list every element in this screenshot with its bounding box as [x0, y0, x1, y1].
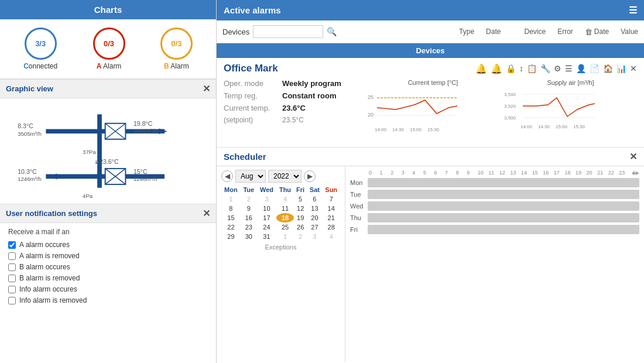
cal-day[interactable]: 6	[307, 194, 322, 204]
filter-icon[interactable]: ☰	[629, 5, 637, 16]
cal-day[interactable]: 22	[221, 222, 241, 232]
cal-day[interactable]: 2	[294, 232, 307, 241]
alarm-search-input[interactable]	[253, 25, 323, 38]
col-value: Value	[621, 28, 638, 36]
graphic-view-close[interactable]: ✕	[203, 83, 210, 94]
timeline-bar[interactable]	[368, 213, 639, 222]
cal-day[interactable]: 15	[221, 213, 241, 222]
timeline-bar[interactable]	[368, 201, 639, 211]
cal-day[interactable]: 13	[307, 204, 322, 213]
schedule-icon[interactable]: 📋	[527, 64, 537, 73]
chart-icon[interactable]: 📊	[616, 64, 626, 73]
temp-chart-title: Current temp [°C]	[366, 79, 499, 86]
svg-text:4Pa: 4Pa	[83, 193, 93, 199]
notification-title: User notification settings	[6, 209, 97, 218]
cal-day[interactable]: 7	[322, 194, 340, 204]
cal-next-button[interactable]: ▶	[304, 170, 316, 182]
sort-icon[interactable]: 🗑	[585, 28, 592, 36]
cal-day[interactable]: 27	[307, 222, 322, 232]
active-alarms-header: Active alarms ☰	[217, 0, 644, 20]
notif-checkbox-3[interactable]	[8, 275, 16, 282]
cal-day[interactable]: 14	[322, 204, 340, 213]
cal-day[interactable]: 12	[294, 204, 307, 213]
notification-close[interactable]: ✕	[203, 208, 210, 219]
month-select[interactable]: Aug	[235, 170, 266, 183]
notif-item-3[interactable]: B alarm is removed	[8, 274, 208, 282]
notif-item-4[interactable]: Info alarm occures	[8, 285, 208, 293]
cal-day[interactable]: 19	[294, 213, 307, 222]
settings-icon[interactable]: ⚙	[554, 64, 561, 73]
cal-day[interactable]: 3	[257, 194, 276, 204]
notif-item-2[interactable]: B alarm occures	[8, 263, 208, 271]
cal-day[interactable]: 10	[257, 204, 276, 213]
bell-gray-icon[interactable]: 🔔	[475, 63, 487, 74]
a-alarm-label: A Alarm	[97, 62, 122, 70]
notif-item-1[interactable]: A alarm is removed	[8, 252, 208, 260]
device-info: Oper. mode Weekly program Temp reg. Cons…	[224, 79, 637, 142]
list-icon[interactable]: ☰	[565, 64, 573, 73]
day-label: Fri	[350, 226, 368, 233]
cal-day[interactable]: 18	[276, 213, 294, 222]
cal-day[interactable]: 3	[307, 232, 322, 241]
svg-text:19.8°C: 19.8°C	[133, 120, 153, 127]
search-icon[interactable]: 🔍	[327, 27, 337, 36]
cal-day[interactable]: 4	[322, 232, 340, 241]
exceptions-label: Exceptions	[221, 244, 340, 251]
device-card-header: Office Mark 🔔 🔔 🔒 ↕ 📋 🔧 ⚙ ☰ 👤 📄 🏠 📊 ✕	[224, 63, 637, 74]
cal-day[interactable]: 11	[276, 204, 294, 213]
cal-day[interactable]: 9	[241, 204, 257, 213]
timeline-hours: 01234567891011121314151617181920212223	[369, 170, 630, 176]
bell-yellow-icon[interactable]: 🔔	[491, 63, 502, 74]
scheduler-close[interactable]: ✕	[629, 151, 637, 162]
cal-day[interactable]: 25	[276, 222, 294, 232]
cal-day[interactable]: 20	[307, 213, 322, 222]
device-name: Office Mark	[224, 63, 278, 74]
arrows-icon[interactable]: ↕	[519, 64, 523, 73]
hour-label: 18	[564, 170, 576, 176]
day-label: Thu	[350, 214, 368, 221]
notif-checkbox-2[interactable]	[8, 263, 16, 271]
notif-item-5[interactable]: Info alarm is removed	[8, 296, 208, 304]
cal-day[interactable]: 30	[241, 232, 257, 241]
notif-item-0[interactable]: A alarm occures	[8, 241, 208, 249]
notif-checkbox-0[interactable]	[8, 241, 16, 249]
notif-checkbox-4[interactable]	[8, 286, 16, 293]
cal-day[interactable]: 5	[294, 194, 307, 204]
home-icon[interactable]: 🏠	[603, 64, 613, 73]
svg-text:3,500: 3,500	[504, 115, 516, 121]
cal-day[interactable]: 31	[257, 232, 276, 241]
timeline-bar[interactable]	[368, 190, 639, 199]
cal-day[interactable]: 26	[294, 222, 307, 232]
cal-day[interactable]: 1	[276, 232, 294, 241]
device-close-icon[interactable]: ✕	[630, 64, 637, 73]
lock-icon[interactable]: 🔒	[506, 64, 516, 73]
wrench-icon[interactable]: 🔧	[540, 64, 550, 73]
user-icon[interactable]: 👤	[576, 64, 586, 73]
cal-day[interactable]: 2	[241, 194, 257, 204]
cal-day[interactable]: 8	[221, 204, 241, 213]
timeline-bar[interactable]	[368, 225, 639, 234]
timeline-edit-icon[interactable]: ✏	[632, 169, 639, 178]
svg-text:15:30: 15:30	[427, 127, 440, 132]
cal-day[interactable]: 1	[221, 194, 241, 204]
notif-checkbox-1[interactable]	[8, 252, 16, 260]
svg-text:14:30: 14:30	[538, 124, 550, 129]
hour-label: 3	[402, 170, 413, 176]
cal-prev-button[interactable]: ◀	[221, 170, 233, 182]
cal-day[interactable]: 28	[322, 222, 340, 232]
devices-subheader: Devices	[217, 43, 644, 58]
timeline-bar[interactable]	[368, 178, 639, 187]
temp-reg-label: Temp reg.	[224, 91, 282, 100]
document-icon[interactable]: 📄	[590, 64, 600, 73]
calendar-area: ◀ Aug 2022 ▶ Mon Tue Wed	[217, 166, 345, 362]
year-select[interactable]: 2022	[268, 170, 302, 183]
notif-checkbox-5[interactable]	[8, 297, 16, 304]
cal-day[interactable]: 16	[241, 213, 257, 222]
cal-day[interactable]: 17	[257, 213, 276, 222]
cal-day[interactable]: 4	[276, 194, 294, 204]
cal-day[interactable]: 21	[322, 213, 340, 222]
cal-day[interactable]: 23	[241, 222, 257, 232]
cal-day[interactable]: 24	[257, 222, 276, 232]
cal-day[interactable]: 29	[221, 232, 241, 241]
hour-label: 17	[554, 170, 565, 176]
